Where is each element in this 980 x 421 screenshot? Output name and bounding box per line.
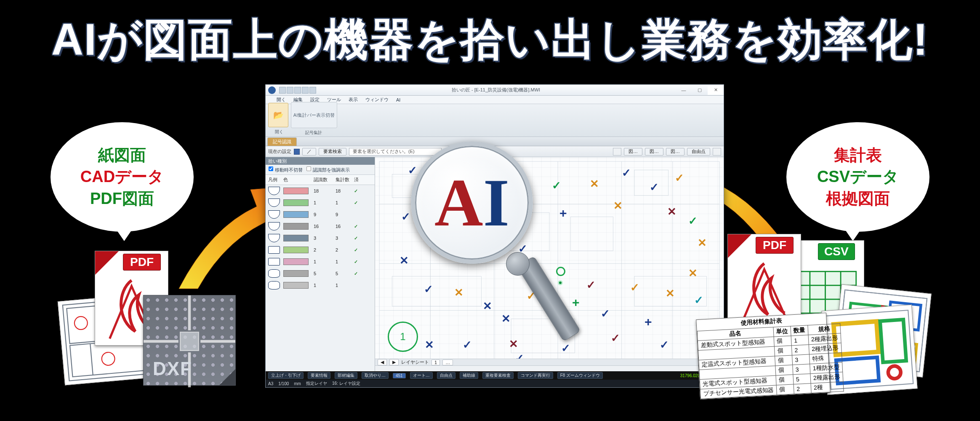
status2-item[interactable]: A3 [268,381,273,386]
side-panel-rows[interactable]: 1818✓11✓991616✓33✓22✓11✓55✓11 [266,185,375,371]
color-swatch[interactable] [283,235,309,241]
minimize-button[interactable]: — [676,86,692,95]
status2-item[interactable]: 1/100 [278,381,289,386]
side-panel-row[interactable]: 55✓ [266,268,375,279]
page-fold-icon [219,369,235,385]
opt-move-noswitch[interactable]: 移動時不切替 [268,166,303,173]
check-mark-icon: ✓ [552,180,561,191]
x-mark-icon: ✕ [666,288,675,299]
color-swatch[interactable] [283,282,309,289]
ribbon: 📂 開く AI集計バー表示切替 記号集計 [266,104,724,137]
color-swatch[interactable] [283,199,309,206]
opt-highlight[interactable]: 認識部を強調表示 [306,166,350,173]
status-item[interactable]: 部材編集 [335,372,357,379]
color-swatch[interactable] [283,258,309,265]
menu-item[interactable]: ウィンドウ [365,97,389,103]
color-swatch[interactable] [283,270,309,277]
qat-button[interactable] [279,87,286,94]
color-swatch[interactable] [283,211,309,218]
open-file-button[interactable]: 📂 [268,103,288,127]
col-color: 色 [283,177,314,183]
sheet-tab[interactable]: 1 [431,359,440,365]
toolbar-item[interactable]: 図… [624,148,642,156]
color-swatch[interactable] [283,223,309,230]
side-panel-row[interactable]: 99 [266,209,375,220]
check-mark-icon: ✓ [408,165,417,176]
toolbar-item[interactable]: 図… [666,148,684,156]
ribbon-group-ai[interactable]: AI集計バー表示切替 [291,102,337,128]
status-item[interactable]: 立上げ・引下げ [268,372,304,379]
status2-item[interactable]: mm [294,381,301,386]
status2-item[interactable]: 指定レイヤ [306,381,327,386]
canvas-bottom-ruler [375,365,724,371]
status-item[interactable]: F8 ズームウィンドウ [557,372,603,379]
summary-cell: 個 [775,355,793,366]
qat-button[interactable] [302,87,309,94]
summary-cell: 個 [774,346,792,356]
summary-cell: 1 [791,335,809,346]
green-ring-icon [556,267,565,276]
sheet-tab-prev[interactable]: ◀ [378,359,387,365]
command-prompt[interactable]: 要素を選択してください。(E) [349,148,442,156]
status-item[interactable]: 451 [393,373,406,378]
tab-strip[interactable]: 記号認識 [266,137,724,146]
checkbox[interactable] [306,166,311,171]
maximize-button[interactable]: ▢ [692,86,708,95]
element-search-button[interactable]: 要素検索 [319,148,346,156]
color-swatch[interactable] [283,188,309,194]
side-panel-row[interactable]: 1818✓ [266,185,375,197]
toolbar-mini[interactable] [713,148,721,156]
side-panel-row[interactable]: 11✓ [266,197,375,209]
side-panel-row[interactable]: 33✓ [266,232,375,244]
done-check-icon: ✓ [354,271,364,276]
check-mark-icon: ✓ [630,282,639,293]
toolbar-mini[interactable] [613,148,621,156]
legend-symbol-icon [268,187,280,195]
side-panel-row[interactable]: 1616✓ [266,220,375,232]
checkbox[interactable] [269,166,273,171]
status-item[interactable]: 自由点 [437,372,455,379]
summary-cell: 個 [776,375,794,385]
dxf-document: DXF [143,295,236,386]
input-types-bubble: 紙図面 CADデータ PDF図面 [51,122,194,232]
tab-symbol-recognition[interactable]: 記号認識 [267,137,297,146]
x-mark-icon: ✕ [590,178,599,189]
close-button[interactable]: ✕ [708,86,724,95]
color-swatch[interactable] [283,247,309,253]
menu-item[interactable]: 表示 [349,97,358,103]
x-mark-icon: ✕ [425,339,434,350]
sheet-tab[interactable]: … [442,359,453,365]
window-titlebar[interactable]: 拾いの匠 - [E-11_防災設備(強電)機器].MWI — ▢ ✕ [266,85,724,96]
legend-symbol-icon [268,258,280,265]
qat-button[interactable] [287,87,293,94]
rec-count: 1 [314,200,336,205]
btn-pencil[interactable]: ／ [302,148,316,156]
summary-cell: 2 [794,383,811,394]
side-panel-row[interactable]: 22✓ [266,244,375,256]
status2-item[interactable]: 16: レイヤ設定 [332,381,360,386]
status-item[interactable]: 補助線 [460,372,478,379]
check-mark-icon: ✓ [601,308,610,319]
done-check-icon: ✓ [354,236,364,241]
qat-button[interactable] [294,87,301,94]
status-item[interactable]: 重複要素検査 [482,372,514,379]
status-item[interactable]: 要素情報 [308,372,330,379]
sheet-tab-next[interactable]: ▶ [389,359,399,365]
quick-access-toolbar[interactable] [279,87,316,94]
side-panel-row[interactable]: 11✓ [266,256,375,268]
status-item[interactable]: コマンド再実行 [518,372,553,379]
check-mark-icon: ✓ [622,167,631,178]
status-item[interactable]: 取消やり… [362,372,389,379]
summary-cell: 3 [792,354,810,365]
side-panel-row[interactable]: 11 [266,279,375,291]
qat-button[interactable] [309,87,316,94]
summary-col: 単位 [773,326,791,337]
status-item[interactable]: オート… [410,372,433,379]
menu-item[interactable]: 開く [277,97,286,103]
plus-mark-icon: + [644,316,652,328]
toolbar-item[interactable]: 自由点 [687,148,710,156]
menu-item[interactable]: AI [396,97,400,102]
input-files-cluster: PDF DXF [65,249,250,396]
toolbar-item[interactable]: 図… [645,148,663,156]
sheet-tabs[interactable]: ◀ ▶ レイヤシート 1 … [375,359,724,365]
